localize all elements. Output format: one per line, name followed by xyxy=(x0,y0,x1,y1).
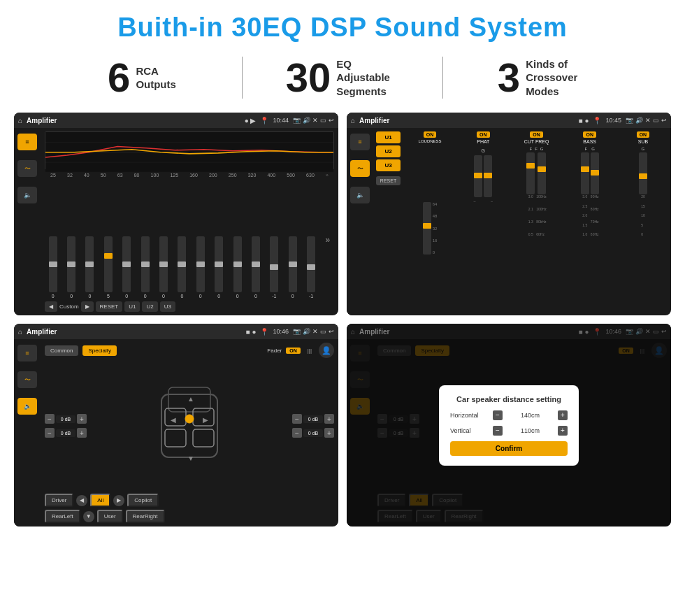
copilot-btn[interactable]: Copilot xyxy=(127,494,159,507)
time-1: 10:44 xyxy=(273,117,289,124)
eq-play-btn[interactable]: ▶ xyxy=(81,301,94,312)
dialog-box: Car speaker distance setting Horizontal … xyxy=(439,385,579,466)
svg-text:▼: ▼ xyxy=(187,454,194,462)
status-right-icons-3: 📷 🔊 ✕ ▭ ↩ xyxy=(293,328,334,335)
vol-ctrl-fr: − 0 dB + xyxy=(292,414,334,424)
vol-plus-fl[interactable]: + xyxy=(77,414,87,424)
eq-left-panel: ≡ 〜 🔈 xyxy=(14,128,41,315)
vertical-minus-btn[interactable]: − xyxy=(493,426,503,436)
eq-slider-2: 0 xyxy=(85,236,94,299)
fader-on-btn[interactable]: ON xyxy=(286,348,301,354)
vertical-value: 110cm xyxy=(507,427,554,434)
xover-u1-btn[interactable]: U1 xyxy=(376,131,401,143)
cutfreq-on-btn[interactable]: ON xyxy=(530,131,543,138)
vol-minus-fr[interactable]: − xyxy=(292,414,302,424)
stat-rca-number: 6 xyxy=(108,57,130,98)
crossover-inner: U1 U2 U3 RESET ON LOUDNESS xyxy=(376,131,668,312)
horizontal-plus-btn[interactable]: + xyxy=(558,410,568,420)
camera-icon-1: 📷 xyxy=(293,117,301,124)
vol-minus-fl[interactable]: − xyxy=(45,414,55,424)
confirm-button[interactable]: Confirm xyxy=(450,441,568,456)
bass-on-btn[interactable]: ON xyxy=(583,131,596,138)
horizontal-minus-btn[interactable]: − xyxy=(493,410,503,420)
sub-on-btn[interactable]: ON xyxy=(637,131,650,138)
eq-u2-btn[interactable]: U2 xyxy=(142,301,157,312)
phat-slider-2[interactable] xyxy=(484,155,492,197)
sub-slider[interactable] xyxy=(639,152,647,194)
fader-left-vols: − 0 dB + − 0 dB + xyxy=(45,361,87,491)
eq-more-arrow[interactable]: » xyxy=(326,235,331,245)
fader-tab-common[interactable]: Common xyxy=(45,345,78,356)
loudness-on-btn[interactable]: ON xyxy=(424,131,437,138)
eq-panel-btn-2[interactable]: 〜 xyxy=(17,160,37,177)
screens-grid: ⌂ Amplifier ● ▶ 📍 10:44 📷 🔊 ✕ ▭ ↩ ≡ 〜 xyxy=(0,108,685,533)
vol-minus-rl[interactable]: − xyxy=(45,428,55,438)
dot-icon-3: ■ ● xyxy=(246,328,257,336)
chevron-down-btn[interactable]: ▼ xyxy=(83,511,94,522)
page-title: Buith-in 30EQ DSP Sound System xyxy=(0,0,685,50)
rearleft-btn[interactable]: RearLeft xyxy=(45,510,80,523)
eq-prev-btn[interactable]: ◀ xyxy=(45,301,57,312)
xover-panel-btn-3[interactable]: 🔈 xyxy=(350,187,370,203)
xover-panel-btn-2[interactable]: 〜 xyxy=(350,160,370,177)
eq-slider-7: 0 xyxy=(178,236,186,299)
xover-cutfreq: ON CUT FREQ F F G xyxy=(511,131,561,312)
xover-u3-btn[interactable]: U3 xyxy=(376,159,401,171)
eq-u1-btn[interactable]: U1 xyxy=(124,301,140,312)
vol-minus-rr[interactable]: − xyxy=(292,428,302,438)
rearright-btn[interactable]: RearRight xyxy=(126,510,165,523)
fader-left-panel: ≡ 〜 🔈 xyxy=(14,339,41,527)
chevron-left-btn[interactable]: ◀ xyxy=(76,495,87,506)
xover-left-panel: ≡ 〜 🔈 xyxy=(347,128,373,315)
vertical-plus-btn[interactable]: + xyxy=(558,426,568,436)
xover-reset-btn[interactable]: RESET xyxy=(376,176,401,185)
xover-u2-btn[interactable]: U2 xyxy=(376,145,401,157)
phat-slider-1[interactable] xyxy=(474,155,482,197)
speaker-car-diagram: ▲ ▼ ◀ ▶ xyxy=(91,361,288,491)
vol-plus-rl[interactable]: + xyxy=(77,428,87,438)
user-icon-btn-3[interactable]: 👤 xyxy=(319,343,334,358)
stat-rca-label: RCAOutputs xyxy=(136,64,176,92)
bass-slider-2[interactable] xyxy=(591,152,599,194)
fader-tab-specialty[interactable]: Specialty xyxy=(82,345,116,356)
xover-panel-btn-1[interactable]: ≡ xyxy=(350,134,370,150)
crossover-screen-content: ≡ 〜 🔈 U1 U2 U3 RESET xyxy=(347,128,671,315)
eq-slider-12: -1 xyxy=(270,236,278,299)
camera-icon-3: 📷 xyxy=(293,328,301,335)
fader-panel-btn-3[interactable]: 🔈 xyxy=(17,398,37,415)
eq-u3-btn[interactable]: U3 xyxy=(160,301,175,312)
loudness-slider[interactable] xyxy=(423,202,431,255)
cutfreq-slider-1[interactable] xyxy=(526,152,535,194)
vol-plus-rr[interactable]: + xyxy=(324,428,334,438)
fader-panel-btn-2[interactable]: 〜 xyxy=(17,371,37,388)
eq-panel-btn-1[interactable]: ≡ xyxy=(17,134,37,150)
driver-btn[interactable]: Driver xyxy=(45,494,73,507)
svg-rect-9 xyxy=(193,429,214,447)
eq-slider-14: -1 xyxy=(307,236,315,299)
stat-crossover-number: 3 xyxy=(498,57,520,98)
xover-phat: ON PHAT G xyxy=(458,131,508,312)
phat-on-btn[interactable]: ON xyxy=(477,131,490,138)
fader-bottom-row-2: RearLeft ▼ User RearRight xyxy=(45,510,334,523)
screen-crossover: ⌂ Amplifier ■ ● 📍 10:45 📷 🔊 ✕ ▭ ↩ ≡ 〜 🔈 xyxy=(347,113,671,315)
svg-text:◀: ◀ xyxy=(171,416,176,424)
fader-bottom-buttons: Driver ◀ All ▶ Copilot xyxy=(45,494,334,507)
fader-panel-btn-1[interactable]: ≡ xyxy=(17,345,37,361)
user-btn[interactable]: User xyxy=(97,510,123,523)
fader-speaker-layout: − 0 dB + − 0 dB + xyxy=(45,361,334,491)
vol-plus-fr[interactable]: + xyxy=(324,414,334,424)
screen-eq: ⌂ Amplifier ● ▶ 📍 10:44 📷 🔊 ✕ ▭ ↩ ≡ 〜 xyxy=(14,113,338,315)
back-icon-1: ↩ xyxy=(329,117,334,124)
chevron-right-btn[interactable]: ▶ xyxy=(113,495,124,506)
status-bar-1: ⌂ Amplifier ● ▶ 📍 10:44 📷 🔊 ✕ ▭ ↩ xyxy=(14,113,338,128)
cutfreq-slider-2[interactable] xyxy=(538,152,546,194)
screen-dialog: ⌂ Amplifier ■ ● 📍 10:46 📷 🔊 ✕ ▭ ↩ ≡ 〜 xyxy=(347,324,671,527)
bass-slider-1[interactable] xyxy=(581,152,589,194)
eq-panel-btn-3[interactable]: 🔈 xyxy=(17,187,37,203)
all-btn[interactable]: All xyxy=(90,494,110,507)
back-icon-2: ↩ xyxy=(661,117,667,124)
stat-eq-number: 30 xyxy=(286,57,331,98)
eq-reset-btn[interactable]: RESET xyxy=(96,301,123,312)
phat-label: PHAT xyxy=(477,139,489,144)
eq-slider-10: 0 xyxy=(233,236,242,299)
